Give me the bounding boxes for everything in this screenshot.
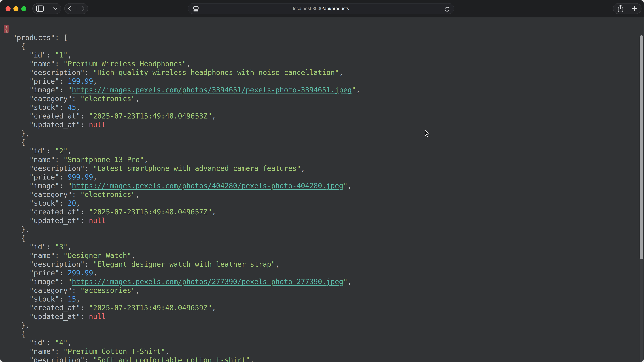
url-path: /api/products <box>323 6 349 11</box>
highlighted-brace: { <box>4 25 8 33</box>
close-button[interactable] <box>6 6 10 11</box>
share-button[interactable] <box>617 4 624 13</box>
title-bar: localhost:3000/api/products <box>0 0 644 17</box>
scrollbar-track[interactable] <box>640 35 643 362</box>
sidebar-toggle-button[interactable] <box>36 5 44 12</box>
minimize-button[interactable] <box>14 6 18 11</box>
json-response-view: { "products": [ { "id": "1", "name": "Pr… <box>0 17 644 362</box>
zoom-button[interactable] <box>21 6 26 11</box>
reload-button[interactable] <box>444 6 450 12</box>
chevron-left-icon <box>67 5 71 11</box>
nav-divider <box>76 6 76 11</box>
page-format-button[interactable] <box>192 5 200 12</box>
url-bar[interactable]: localhost:3000/api/products <box>188 3 454 14</box>
forward-button[interactable] <box>81 5 85 11</box>
new-tab-button[interactable] <box>631 5 638 12</box>
reload-icon <box>444 6 450 12</box>
back-button[interactable] <box>67 5 71 11</box>
plus-icon <box>631 5 638 12</box>
image-link[interactable]: https://images.pexels.com/photos/3394651… <box>72 86 352 94</box>
scrollbar-thumb[interactable] <box>640 35 643 259</box>
traffic-lights <box>6 6 26 11</box>
url-host: localhost:3000 <box>293 6 323 11</box>
image-link[interactable]: https://images.pexels.com/photos/277390/… <box>72 278 343 286</box>
share-icon <box>617 4 624 13</box>
sidebar-menu-button[interactable] <box>53 7 58 10</box>
browser-window: localhost:3000/api/products <box>0 0 644 362</box>
page-format-icon <box>192 5 200 12</box>
sidebar-toggle-group <box>32 3 61 14</box>
url-display: localhost:3000/api/products <box>293 6 349 11</box>
chevron-down-icon <box>53 7 58 10</box>
window-actions-group <box>613 3 642 14</box>
json-body: { "products": [ { "id": "1", "name": "Pr… <box>4 25 360 362</box>
navigation-group <box>64 3 88 14</box>
image-link[interactable]: https://images.pexels.com/photos/404280/… <box>72 182 343 190</box>
chevron-right-icon <box>81 5 85 11</box>
mouse-cursor <box>424 130 430 137</box>
sidebar-icon <box>36 5 44 12</box>
